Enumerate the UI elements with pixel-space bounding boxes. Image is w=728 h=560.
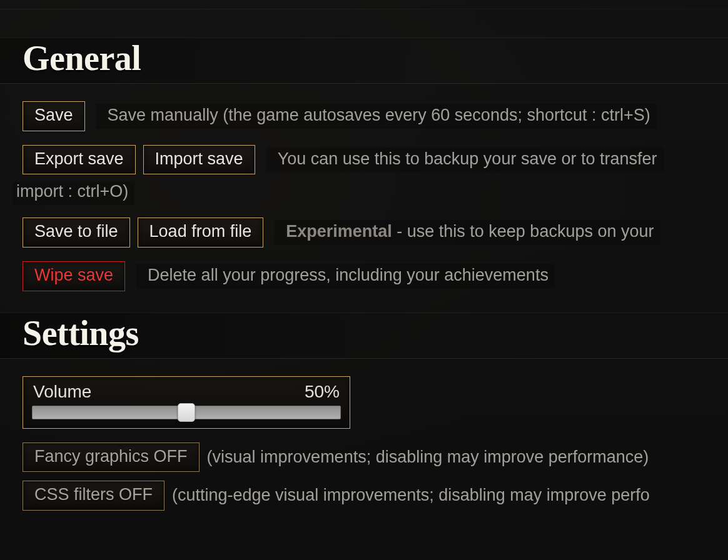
export-import-description-line2: import : ctrl+O) <box>13 182 134 205</box>
options-panel: General Save Save manually (the game aut… <box>0 0 728 511</box>
css-filters-row: CSS filters OFF (cutting-edge visual imp… <box>23 481 728 511</box>
volume-slider-box: Volume 50% <box>23 376 350 429</box>
save-button[interactable]: Save <box>23 101 85 131</box>
save-to-file-button[interactable]: Save to file <box>23 218 130 248</box>
settings-section: Settings Volume 50% Fancy graphics OFF (… <box>0 312 728 511</box>
wipe-description: Delete all your progress, including your… <box>136 264 555 289</box>
wipe-save-button[interactable]: Wipe save <box>23 261 125 291</box>
general-heading: General <box>0 38 728 84</box>
css-filters-description: (cutting-edge visual improvements; disab… <box>172 485 650 506</box>
import-save-button[interactable]: Import save <box>143 145 255 175</box>
file-io-description-rest: - use this to keep backups on your <box>392 222 654 241</box>
export-import-description-line1: You can use this to backup your save or … <box>266 148 664 172</box>
volume-value: 50% <box>305 382 340 402</box>
volume-slider[interactable] <box>32 406 341 419</box>
export-import-row: Export save Import save You can use this… <box>23 145 728 175</box>
save-row: Save Save manually (the game autosaves e… <box>23 101 728 131</box>
file-io-description: Experimental - use this to keep backups … <box>275 220 660 245</box>
file-io-row: Save to file Load from file Experimental… <box>23 218 728 248</box>
experimental-label: Experimental <box>286 222 392 241</box>
fancy-graphics-toggle[interactable]: Fancy graphics OFF <box>23 442 200 472</box>
settings-heading: Settings <box>0 312 728 359</box>
fancy-graphics-description: (visual improvements; disabling may impr… <box>207 447 649 468</box>
save-description: Save manually (the game autosaves every … <box>96 104 657 129</box>
wipe-row: Wipe save Delete all your progress, incl… <box>23 261 728 291</box>
fancy-graphics-row: Fancy graphics OFF (visual improvements;… <box>23 442 728 472</box>
css-filters-toggle[interactable]: CSS filters OFF <box>23 481 164 511</box>
volume-label: Volume <box>33 382 91 402</box>
volume-slider-thumb[interactable] <box>178 403 195 422</box>
volume-slider-head: Volume 50% <box>32 382 341 406</box>
export-save-button[interactable]: Export save <box>23 145 136 175</box>
volume-row: Volume 50% <box>23 376 728 429</box>
load-from-file-button[interactable]: Load from file <box>138 218 264 248</box>
